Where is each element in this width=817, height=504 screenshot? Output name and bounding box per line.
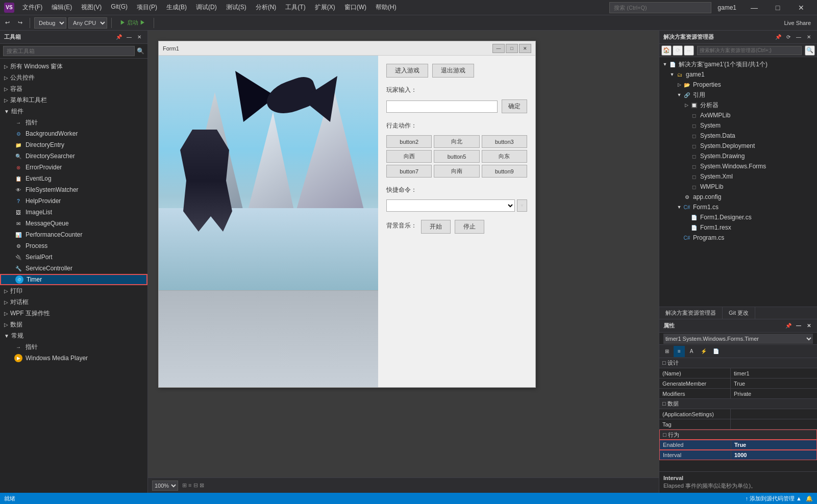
tree-form1designer[interactable]: 📄 Form1.Designer.cs bbox=[659, 212, 817, 222]
exit-game-button[interactable]: 退出游戏 bbox=[432, 64, 474, 78]
se-minimize-icon[interactable]: — bbox=[795, 33, 803, 41]
se-sync-btn[interactable]: ↔ bbox=[684, 45, 694, 56]
tb-item-dirsearcher[interactable]: 🔍 DirectorySearcher bbox=[0, 150, 147, 162]
toolbox-minimize-icon[interactable]: — bbox=[125, 33, 133, 41]
tree-game1[interactable]: ▼ 🗂 game1 bbox=[659, 69, 817, 80]
tree-axwmplib[interactable]: ◻ AxWMPLib bbox=[659, 110, 817, 120]
props-val-tag[interactable] bbox=[731, 419, 817, 429]
enter-game-button[interactable]: 进入游戏 bbox=[386, 64, 428, 78]
zoom-dropdown[interactable]: 100% bbox=[152, 481, 178, 491]
props-event-btn[interactable]: ⚡ bbox=[698, 346, 709, 357]
tb-item-pointer2[interactable]: → 指针 bbox=[0, 341, 147, 352]
form-close-button[interactable]: ✕ bbox=[519, 44, 531, 53]
tree-form1cs[interactable]: ▼ C# Form1.cs bbox=[659, 202, 817, 212]
maximize-button[interactable]: □ bbox=[766, 0, 789, 15]
tb-item-helpprovider[interactable]: ? HelpProvider bbox=[0, 195, 147, 207]
player-input-field[interactable] bbox=[386, 100, 498, 113]
redo-button[interactable]: ↪ bbox=[15, 17, 26, 29]
menu-test[interactable]: 测试(S) bbox=[222, 2, 251, 13]
toolbox-pin-icon[interactable]: 📌 bbox=[115, 33, 123, 41]
menu-window[interactable]: 窗口(W) bbox=[340, 2, 370, 13]
debug-config-dropdown[interactable]: Debug bbox=[34, 17, 66, 29]
props-val-name[interactable]: timer1 bbox=[731, 368, 817, 378]
se-refresh-btn[interactable]: ⟳ bbox=[673, 45, 683, 56]
walk-button5[interactable]: button5 bbox=[434, 150, 479, 163]
menu-project[interactable]: 项目(P) bbox=[133, 2, 161, 13]
menu-debug[interactable]: 调试(D) bbox=[192, 2, 221, 13]
tb-item-fswatcher[interactable]: 👁 FileSystemWatcher bbox=[0, 184, 147, 195]
dropdown-arrow-icon[interactable]: ▼ bbox=[517, 199, 527, 212]
tree-analyzer[interactable]: ▷ 🔲 分析器 bbox=[659, 100, 817, 110]
se-tab-explorer[interactable]: 解决方案资源管理器 bbox=[659, 307, 723, 319]
tree-system[interactable]: ◻ System bbox=[659, 120, 817, 131]
tb-section-wpf[interactable]: ▷ WPF 互操作性 bbox=[0, 308, 147, 319]
quick-cmd-dropdown[interactable] bbox=[386, 199, 515, 212]
tb-item-pointer1[interactable]: → 指针 bbox=[0, 117, 147, 128]
props-val-modifiers[interactable]: Private bbox=[731, 389, 817, 398]
tree-form1resx[interactable]: 📄 Form1.resx bbox=[659, 222, 817, 233]
tb-section-components[interactable]: ▼ 组件 bbox=[0, 106, 147, 117]
global-search-input[interactable] bbox=[609, 2, 711, 13]
tree-refs[interactable]: ▼ 🔗 引用 bbox=[659, 90, 817, 100]
walk-west-button[interactable]: 向西 bbox=[386, 150, 432, 163]
undo-button[interactable]: ↩ bbox=[2, 17, 13, 29]
walk-button9[interactable]: button9 bbox=[482, 165, 527, 178]
se-pin-icon[interactable]: 📌 bbox=[774, 33, 782, 41]
tb-section-printing[interactable]: ▷ 打印 bbox=[0, 285, 147, 296]
tb-section-containers[interactable]: ▷ 容器 bbox=[0, 83, 147, 94]
menu-help[interactable]: 帮助(H) bbox=[372, 2, 401, 13]
menu-build[interactable]: 生成(B) bbox=[162, 2, 191, 13]
props-sort-btn[interactable]: ⊞ bbox=[661, 346, 673, 357]
props-val-generatemember[interactable]: True bbox=[731, 379, 817, 388]
music-start-button[interactable]: 开始 bbox=[421, 220, 451, 234]
tb-section-general[interactable]: ▼ 常规 bbox=[0, 330, 147, 341]
se-search-input[interactable] bbox=[697, 46, 802, 55]
tree-system-drawing[interactable]: ◻ System.Drawing bbox=[659, 151, 817, 161]
props-page-btn[interactable]: 📄 bbox=[710, 346, 722, 357]
tree-system-data[interactable]: ◻ System.Data bbox=[659, 131, 817, 141]
tree-appconfig[interactable]: ⚙ app.config bbox=[659, 192, 817, 202]
music-stop-button[interactable]: 停止 bbox=[455, 220, 484, 234]
tb-item-msgqueue[interactable]: ✉ MessageQueue bbox=[0, 218, 147, 229]
notification-bell-icon[interactable]: 🔔 bbox=[806, 495, 813, 502]
props-section-data[interactable]: □ 数据 bbox=[659, 399, 817, 409]
close-button[interactable]: ✕ bbox=[789, 0, 813, 15]
tb-section-dialogs[interactable]: ▷ 对话框 bbox=[0, 296, 147, 308]
tree-system-deployment[interactable]: ◻ System.Deployment bbox=[659, 141, 817, 151]
walk-button2[interactable]: button2 bbox=[386, 135, 432, 148]
walk-button7[interactable]: button7 bbox=[386, 165, 432, 178]
props-alpha-btn[interactable]: A bbox=[686, 346, 697, 357]
menu-analyze[interactable]: 分析(N) bbox=[252, 2, 281, 13]
se-tab-git[interactable]: Git 更改 bbox=[723, 307, 755, 319]
confirm-button[interactable]: 确定 bbox=[502, 99, 527, 113]
menu-view[interactable]: 视图(V) bbox=[77, 2, 106, 13]
walk-east-button[interactable]: 向东 bbox=[482, 150, 527, 163]
props-section-behavior[interactable]: □ 行为 bbox=[659, 430, 817, 440]
tb-item-serialport[interactable]: 🔌 SerialPort bbox=[0, 251, 147, 263]
tb-item-timer[interactable]: ⏱ Timer bbox=[0, 274, 147, 285]
tree-programcs[interactable]: C# Program.cs bbox=[659, 233, 817, 243]
se-search-btn[interactable]: 🔍 bbox=[805, 45, 815, 56]
props-minimize-icon[interactable]: — bbox=[795, 322, 803, 330]
cpu-dropdown[interactable]: Any CPU bbox=[68, 17, 107, 29]
menu-git[interactable]: Git(G) bbox=[107, 2, 132, 13]
se-close-icon[interactable]: ✕ bbox=[805, 33, 813, 41]
menu-edit[interactable]: 编辑(E) bbox=[47, 2, 76, 13]
props-pin-icon[interactable]: 📌 bbox=[784, 322, 793, 330]
toolbox-close-icon[interactable]: ✕ bbox=[135, 33, 143, 41]
tb-item-errorprovider[interactable]: ⊗ ErrorProvider bbox=[0, 162, 147, 173]
form-maximize-button[interactable]: □ bbox=[506, 44, 518, 53]
tb-section-all-windows[interactable]: ▷ 所有 Windows 窗体 bbox=[0, 61, 147, 72]
add-to-source-control-button[interactable]: ↑ 添加到源代码管理 ▲ bbox=[746, 495, 802, 502]
tree-properties[interactable]: ▷ 📂 Properties bbox=[659, 80, 817, 90]
props-category-btn[interactable]: ≡ bbox=[674, 346, 685, 357]
walk-button3[interactable]: button3 bbox=[482, 135, 527, 148]
walk-south-button[interactable]: 向南 bbox=[434, 165, 479, 178]
tb-item-perfcounter[interactable]: 📊 PerformanceCounter bbox=[0, 229, 147, 240]
menu-file[interactable]: 文件(F) bbox=[18, 2, 46, 13]
props-section-design[interactable]: □ 设计 bbox=[659, 358, 817, 368]
tb-item-bgworker[interactable]: ⚙ BackgroundWorker bbox=[0, 128, 147, 139]
menu-tools[interactable]: 工具(T) bbox=[281, 2, 309, 13]
minimize-button[interactable]: — bbox=[742, 0, 766, 15]
live-share-button[interactable]: Live Share bbox=[780, 19, 815, 27]
